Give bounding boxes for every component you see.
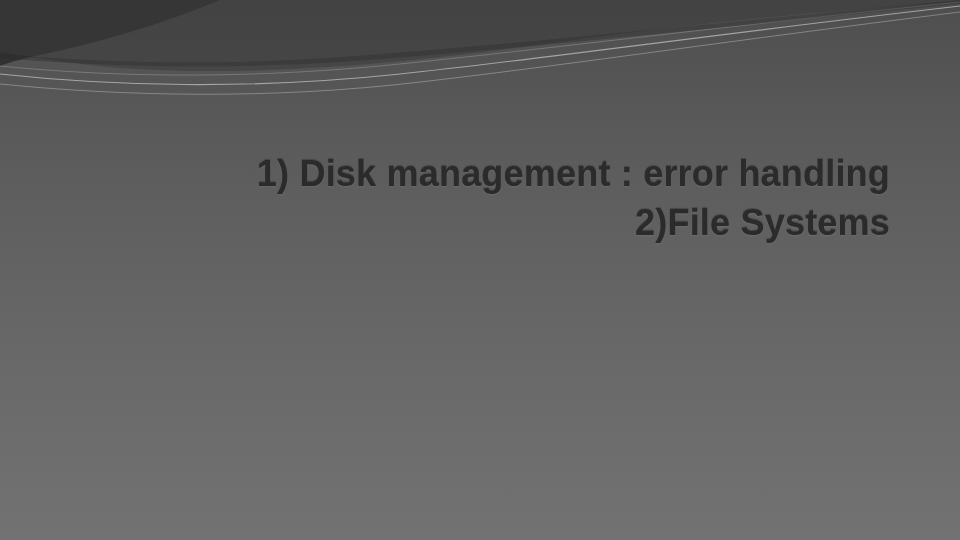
title-line-1: 1) Disk management : error handling [140, 150, 890, 199]
slide-title-block: 1) Disk management : error handling 2)Fi… [140, 150, 890, 247]
slide-container: 1) Disk management : error handling 2)Fi… [0, 0, 960, 540]
title-line-2: 2)File Systems [140, 199, 890, 248]
